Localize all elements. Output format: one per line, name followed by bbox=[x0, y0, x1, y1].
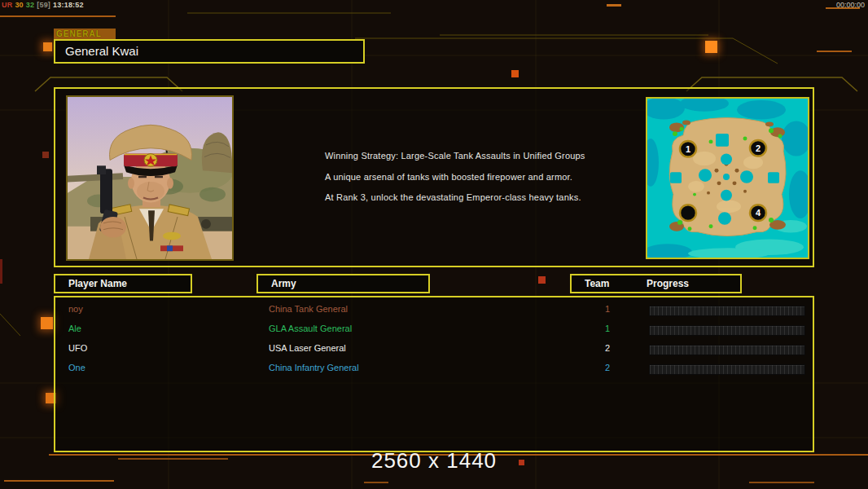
stat-item: [59] bbox=[37, 1, 50, 9]
player-name: noy bbox=[68, 304, 83, 314]
svg-text:4: 4 bbox=[756, 208, 761, 218]
loading-screen: UR3032[59]13:18:52 00:00:00 GENERAL Gene… bbox=[0, 0, 868, 489]
player-row: UFOUSA Laser General2 bbox=[55, 340, 813, 359]
header-player-name: Player Name bbox=[54, 274, 192, 293]
svg-text:2: 2 bbox=[756, 143, 761, 153]
player-progress-bar bbox=[649, 325, 805, 336]
header-team-progress: Team Progress bbox=[570, 274, 742, 293]
general-portrait bbox=[66, 95, 234, 261]
match-timer: 00:00:00 bbox=[836, 1, 865, 9]
player-army: China Infantry General bbox=[269, 363, 359, 372]
player-progress-bar bbox=[649, 345, 805, 355]
svg-text:1: 1 bbox=[686, 144, 690, 154]
player-team: 2 bbox=[599, 363, 616, 372]
general-name-box: General Kwai bbox=[54, 39, 365, 64]
map-preview: 124 bbox=[646, 97, 809, 259]
player-progress-bar bbox=[649, 364, 805, 375]
fps-stats-overlay: UR3032[59]13:18:52 bbox=[2, 1, 86, 9]
player-name: One bbox=[68, 363, 85, 372]
start-position-marker: 1 bbox=[680, 141, 696, 157]
start-position-marker: 2 bbox=[750, 140, 766, 156]
player-progress-bar bbox=[649, 306, 805, 316]
resolution-overlay: 2560 x 1440 bbox=[0, 448, 868, 474]
stat-item: UR bbox=[2, 1, 12, 9]
player-name: UFO bbox=[68, 343, 87, 353]
player-row: AleGLA Assault General1 bbox=[55, 320, 813, 340]
start-position-marker bbox=[680, 205, 696, 221]
general-info-panel: Winning Strategy: Large-Scale Tank Assau… bbox=[54, 87, 814, 267]
player-team: 1 bbox=[599, 304, 616, 314]
player-name: Ale bbox=[68, 324, 81, 333]
player-row: OneChina Infantry General2 bbox=[55, 359, 813, 379]
player-army: USA Laser General bbox=[269, 343, 346, 353]
player-army: China Tank General bbox=[269, 304, 348, 314]
stat-item: 32 bbox=[26, 1, 34, 9]
player-list-panel: noyChina Tank General1AleGLA Assault Gen… bbox=[54, 296, 814, 452]
strategy-line-2: A unique arsenal of tanks with boosted f… bbox=[325, 172, 572, 182]
general-tab-label: GENERAL bbox=[54, 29, 116, 39]
player-team: 2 bbox=[599, 343, 616, 353]
stat-item: 30 bbox=[15, 1, 23, 9]
header-army: Army bbox=[256, 274, 430, 293]
player-team: 1 bbox=[599, 324, 616, 333]
strategy-line-3: At Rank 3, unlock the devastating Empero… bbox=[325, 192, 581, 202]
header-progress: Progress bbox=[647, 275, 689, 292]
start-position-marker: 4 bbox=[750, 205, 766, 221]
stat-item: 13:18:52 bbox=[53, 1, 84, 9]
header-team: Team bbox=[585, 275, 609, 292]
player-row: noyChina Tank General1 bbox=[55, 301, 813, 320]
player-army: GLA Assault General bbox=[269, 324, 352, 333]
strategy-line-1: Winning Strategy: Large-Scale Tank Assau… bbox=[325, 151, 585, 161]
